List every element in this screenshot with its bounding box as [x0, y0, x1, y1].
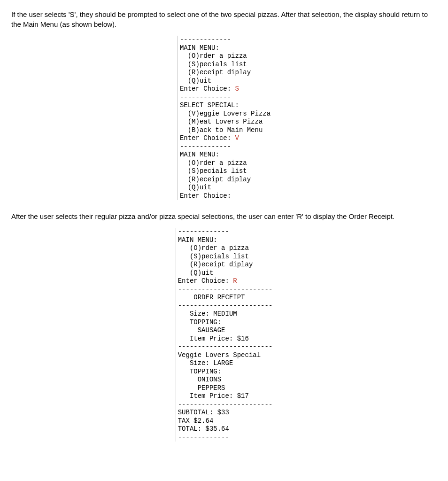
item-topping: PEPPERS: [178, 384, 225, 392]
sep-long: ------------------------: [178, 302, 273, 310]
menu-option-quit: (Q)uit: [180, 77, 211, 85]
user-input-v: V: [235, 134, 239, 142]
item-topping-label: TOPPING:: [178, 368, 221, 375]
tax: TAX $2.64: [178, 417, 214, 425]
menu-option-quit: (Q)uit: [178, 269, 214, 277]
sep-long: ------------------------: [178, 343, 273, 350]
main-menu-header: MAIN MENU:: [178, 236, 217, 244]
user-input-r: R: [233, 277, 237, 285]
select-special-header: SELECT SPECIAL:: [180, 101, 239, 109]
menu-option-order: (O)rder a pizza: [180, 52, 247, 60]
sep: -------------: [178, 434, 229, 441]
item-topping: ONIONS: [178, 376, 221, 383]
menu-option-quit: (Q)uit: [180, 184, 211, 191]
receipt-title: ORDER RECEIPT: [178, 294, 245, 301]
special-option-meat: (M)eat Lovers Pizza: [180, 118, 263, 125]
user-input-s: S: [235, 85, 239, 93]
special-option-veggie: (V)eggie Lovers Pizza: [180, 110, 270, 117]
sep: -------------: [180, 143, 231, 150]
enter-choice-label: Enter Choice:: [180, 85, 235, 93]
total: TOTAL: $35.64: [178, 425, 229, 433]
item-topping: SAUSAGE: [178, 326, 225, 334]
special-option-back: (B)ack to Main Menu: [180, 126, 263, 134]
menu-option-receipt: (R)eceipt diplay: [180, 69, 251, 76]
item-price: Item Price: $17: [178, 392, 249, 400]
enter-choice-label: Enter Choice:: [180, 134, 235, 142]
sep-long: ------------------------: [178, 286, 273, 293]
instruction-para-2: After the user selects their regular piz…: [11, 211, 437, 221]
item-size: Size: MEDIUM: [178, 310, 237, 318]
enter-choice-blank: Enter Choice:: [180, 192, 231, 200]
terminal-output-receipt: ------------- MAIN MENU: (O)rder a pizza…: [176, 228, 273, 442]
main-menu-header: MAIN MENU:: [180, 151, 219, 158]
item-price: Item Price: $16: [178, 335, 249, 342]
sep: -------------: [178, 228, 229, 235]
item-topping-label: TOPPING:: [178, 318, 221, 326]
menu-option-specials: (S)pecials list: [178, 253, 249, 260]
menu-option-order: (O)rder a pizza: [180, 159, 247, 167]
menu-option-specials: (S)pecials list: [180, 167, 247, 175]
sep: -------------: [180, 36, 231, 43]
sep: -------------: [180, 93, 231, 101]
main-menu-header: MAIN MENU:: [180, 44, 219, 52]
menu-option-receipt: (R)eceipt diplay: [178, 261, 253, 268]
menu-option-specials: (S)pecials list: [180, 61, 247, 68]
instruction-para-1: If the user selects 'S', they should be …: [11, 9, 437, 29]
subtotal: SUBTOTAL: $33: [178, 409, 229, 416]
item-size: Size: LARGE: [178, 359, 233, 367]
item-name: Veggie Lovers Special: [178, 351, 261, 359]
menu-option-order: (O)rder a pizza: [178, 244, 249, 252]
sep-long: ------------------------: [178, 401, 273, 408]
enter-choice-label: Enter Choice:: [178, 277, 233, 285]
menu-option-receipt: (R)eceipt diplay: [180, 176, 251, 183]
terminal-output-specials: ------------- MAIN MENU: (O)rder a pizza…: [178, 36, 270, 200]
